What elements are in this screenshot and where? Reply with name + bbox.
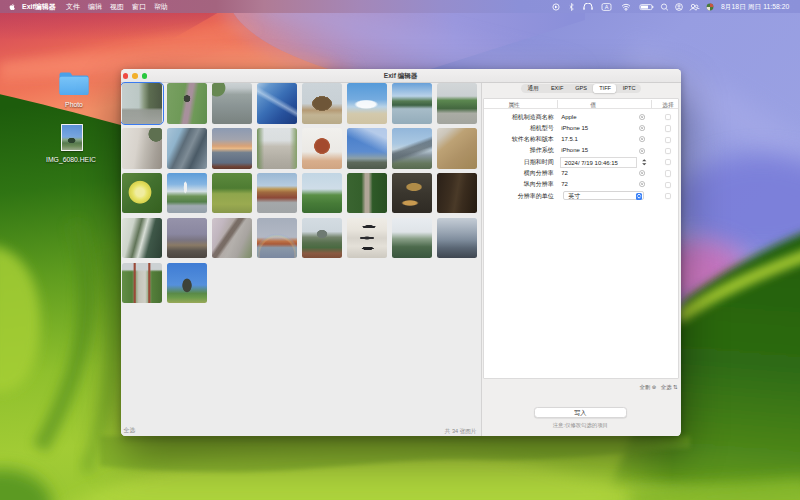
svg-text:A: A: [605, 4, 609, 10]
